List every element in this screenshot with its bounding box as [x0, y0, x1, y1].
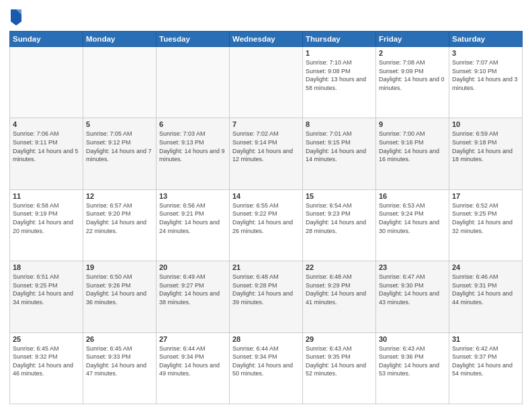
day-info: Sunrise: 7:01 AMSunset: 9:15 PMDaylight:… — [306, 130, 373, 163]
calendar-cell: 11Sunrise: 6:58 AMSunset: 9:19 PMDayligh… — [10, 189, 83, 261]
day-info: Sunrise: 6:45 AMSunset: 9:32 PMDaylight:… — [13, 345, 80, 378]
day-number: 21 — [232, 263, 300, 271]
calendar-cell: 26Sunrise: 6:45 AMSunset: 9:33 PMDayligh… — [83, 332, 157, 404]
calendar-week-row: 11Sunrise: 6:58 AMSunset: 9:19 PMDayligh… — [10, 189, 523, 261]
calendar-cell: 24Sunrise: 6:46 AMSunset: 9:31 PMDayligh… — [449, 261, 523, 332]
day-info: Sunrise: 6:44 AMSunset: 9:34 PMDaylight:… — [232, 345, 300, 378]
weekday-header: Sunday — [10, 32, 83, 47]
calendar-cell: 18Sunrise: 6:51 AMSunset: 9:25 PMDayligh… — [10, 261, 83, 332]
day-info: Sunrise: 6:46 AMSunset: 9:31 PMDaylight:… — [452, 273, 519, 306]
calendar-cell: 2Sunrise: 7:08 AMSunset: 9:09 PMDaylight… — [376, 47, 449, 118]
calendar-header-row: SundayMondayTuesdayWednesdayThursdayFrid… — [10, 32, 523, 47]
calendar-cell: 29Sunrise: 6:43 AMSunset: 9:35 PMDayligh… — [303, 332, 376, 404]
day-info: Sunrise: 6:53 AMSunset: 9:24 PMDaylight:… — [379, 201, 446, 235]
calendar-cell — [230, 47, 303, 118]
day-info: Sunrise: 6:49 AMSunset: 9:27 PMDaylight:… — [159, 273, 226, 306]
day-number: 1 — [306, 49, 373, 57]
weekday-header: Tuesday — [157, 32, 230, 47]
day-number: 16 — [379, 192, 446, 200]
day-number: 20 — [159, 263, 226, 271]
calendar-table: SundayMondayTuesdayWednesdayThursdayFrid… — [9, 31, 523, 404]
header — [9, 7, 523, 26]
day-number: 19 — [86, 263, 153, 271]
calendar-cell: 6Sunrise: 7:03 AMSunset: 9:13 PMDaylight… — [157, 118, 230, 189]
calendar-cell: 19Sunrise: 6:50 AMSunset: 9:26 PMDayligh… — [83, 261, 157, 332]
day-info: Sunrise: 7:08 AMSunset: 9:09 PMDaylight:… — [379, 58, 446, 92]
day-number: 7 — [232, 120, 300, 128]
calendar-cell: 7Sunrise: 7:02 AMSunset: 9:14 PMDaylight… — [230, 118, 303, 189]
calendar-cell: 20Sunrise: 6:49 AMSunset: 9:27 PMDayligh… — [157, 261, 230, 332]
calendar-cell: 21Sunrise: 6:48 AMSunset: 9:28 PMDayligh… — [230, 261, 303, 332]
day-info: Sunrise: 7:07 AMSunset: 9:10 PMDaylight:… — [452, 58, 519, 92]
calendar-cell: 5Sunrise: 7:05 AMSunset: 9:12 PMDaylight… — [83, 118, 157, 189]
calendar-cell — [10, 47, 83, 118]
day-info: Sunrise: 6:56 AMSunset: 9:21 PMDaylight:… — [159, 201, 226, 235]
calendar-cell: 15Sunrise: 6:54 AMSunset: 9:23 PMDayligh… — [303, 189, 376, 261]
calendar-cell: 1Sunrise: 7:10 AMSunset: 9:08 PMDaylight… — [303, 47, 376, 118]
day-number: 29 — [306, 335, 373, 343]
calendar-cell: 28Sunrise: 6:44 AMSunset: 9:34 PMDayligh… — [230, 332, 303, 404]
calendar-cell: 4Sunrise: 7:06 AMSunset: 9:11 PMDaylight… — [10, 118, 83, 189]
day-info: Sunrise: 6:52 AMSunset: 9:25 PMDaylight:… — [452, 201, 519, 235]
day-info: Sunrise: 6:55 AMSunset: 9:22 PMDaylight:… — [232, 201, 300, 235]
day-info: Sunrise: 6:43 AMSunset: 9:36 PMDaylight:… — [379, 345, 446, 378]
calendar-cell: 22Sunrise: 6:48 AMSunset: 9:29 PMDayligh… — [303, 261, 376, 332]
day-info: Sunrise: 6:47 AMSunset: 9:30 PMDaylight:… — [379, 273, 446, 306]
day-number: 28 — [232, 335, 300, 343]
day-number: 15 — [306, 192, 373, 200]
day-info: Sunrise: 6:44 AMSunset: 9:34 PMDaylight:… — [159, 345, 226, 378]
calendar-cell: 27Sunrise: 6:44 AMSunset: 9:34 PMDayligh… — [157, 332, 230, 404]
day-info: Sunrise: 6:51 AMSunset: 9:25 PMDaylight:… — [13, 273, 80, 306]
weekday-header: Wednesday — [230, 32, 303, 47]
day-number: 2 — [379, 49, 446, 57]
day-info: Sunrise: 7:03 AMSunset: 9:13 PMDaylight:… — [159, 130, 226, 163]
weekday-header: Saturday — [449, 32, 523, 47]
day-number: 18 — [13, 263, 80, 271]
day-info: Sunrise: 6:45 AMSunset: 9:33 PMDaylight:… — [86, 345, 153, 378]
day-number: 13 — [159, 192, 226, 200]
day-number: 11 — [13, 192, 80, 200]
calendar-week-row: 1Sunrise: 7:10 AMSunset: 9:08 PMDaylight… — [10, 47, 523, 118]
weekday-header: Friday — [376, 32, 449, 47]
day-info: Sunrise: 6:59 AMSunset: 9:18 PMDaylight:… — [452, 130, 519, 163]
day-info: Sunrise: 6:50 AMSunset: 9:26 PMDaylight:… — [86, 273, 153, 306]
logo — [9, 7, 26, 26]
calendar-cell — [157, 47, 230, 118]
calendar-cell: 30Sunrise: 6:43 AMSunset: 9:36 PMDayligh… — [376, 332, 449, 404]
calendar-cell: 9Sunrise: 7:00 AMSunset: 9:16 PMDaylight… — [376, 118, 449, 189]
calendar-cell: 12Sunrise: 6:57 AMSunset: 9:20 PMDayligh… — [83, 189, 157, 261]
day-info: Sunrise: 6:48 AMSunset: 9:28 PMDaylight:… — [232, 273, 300, 306]
logo-icon — [9, 7, 23, 26]
day-number: 22 — [306, 263, 373, 271]
day-info: Sunrise: 6:54 AMSunset: 9:23 PMDaylight:… — [306, 201, 373, 235]
day-number: 26 — [86, 335, 153, 343]
day-number: 12 — [86, 192, 153, 200]
calendar-cell — [83, 47, 157, 118]
day-info: Sunrise: 6:57 AMSunset: 9:20 PMDaylight:… — [86, 201, 153, 235]
calendar-cell: 17Sunrise: 6:52 AMSunset: 9:25 PMDayligh… — [449, 189, 523, 261]
day-number: 25 — [13, 335, 80, 343]
day-number: 5 — [86, 120, 153, 128]
calendar-cell: 31Sunrise: 6:42 AMSunset: 9:37 PMDayligh… — [449, 332, 523, 404]
calendar-cell: 16Sunrise: 6:53 AMSunset: 9:24 PMDayligh… — [376, 189, 449, 261]
day-info: Sunrise: 6:42 AMSunset: 9:37 PMDaylight:… — [452, 345, 519, 378]
calendar-cell: 3Sunrise: 7:07 AMSunset: 9:10 PMDaylight… — [449, 47, 523, 118]
weekday-header: Monday — [83, 32, 157, 47]
day-info: Sunrise: 7:05 AMSunset: 9:12 PMDaylight:… — [86, 130, 153, 163]
day-info: Sunrise: 6:48 AMSunset: 9:29 PMDaylight:… — [306, 273, 373, 306]
calendar-cell: 10Sunrise: 6:59 AMSunset: 9:18 PMDayligh… — [449, 118, 523, 189]
day-info: Sunrise: 7:00 AMSunset: 9:16 PMDaylight:… — [379, 130, 446, 163]
day-number: 14 — [232, 192, 300, 200]
calendar-cell: 14Sunrise: 6:55 AMSunset: 9:22 PMDayligh… — [230, 189, 303, 261]
day-number: 23 — [379, 263, 446, 271]
day-info: Sunrise: 6:58 AMSunset: 9:19 PMDaylight:… — [13, 201, 80, 235]
day-info: Sunrise: 7:06 AMSunset: 9:11 PMDaylight:… — [13, 130, 80, 163]
day-number: 9 — [379, 120, 446, 128]
day-info: Sunrise: 7:10 AMSunset: 9:08 PMDaylight:… — [306, 58, 373, 92]
day-info: Sunrise: 7:02 AMSunset: 9:14 PMDaylight:… — [232, 130, 300, 163]
day-number: 3 — [452, 49, 519, 57]
calendar-week-row: 4Sunrise: 7:06 AMSunset: 9:11 PMDaylight… — [10, 118, 523, 189]
day-number: 27 — [159, 335, 226, 343]
day-number: 31 — [452, 335, 519, 343]
calendar-cell: 13Sunrise: 6:56 AMSunset: 9:21 PMDayligh… — [157, 189, 230, 261]
